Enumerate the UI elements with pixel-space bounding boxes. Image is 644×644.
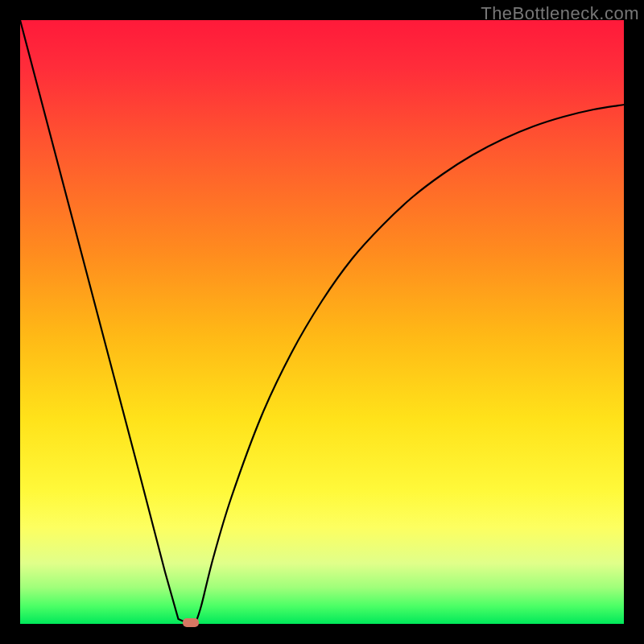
optimal-marker — [183, 618, 199, 627]
bottleneck-curve-right — [196, 105, 625, 624]
bottleneck-curve-left — [20, 20, 189, 624]
chart-container: TheBottleneck.com — [0, 0, 644, 644]
watermark-text: TheBottleneck.com — [481, 3, 639, 24]
plot-area — [20, 20, 624, 624]
curve-svg — [20, 20, 624, 624]
